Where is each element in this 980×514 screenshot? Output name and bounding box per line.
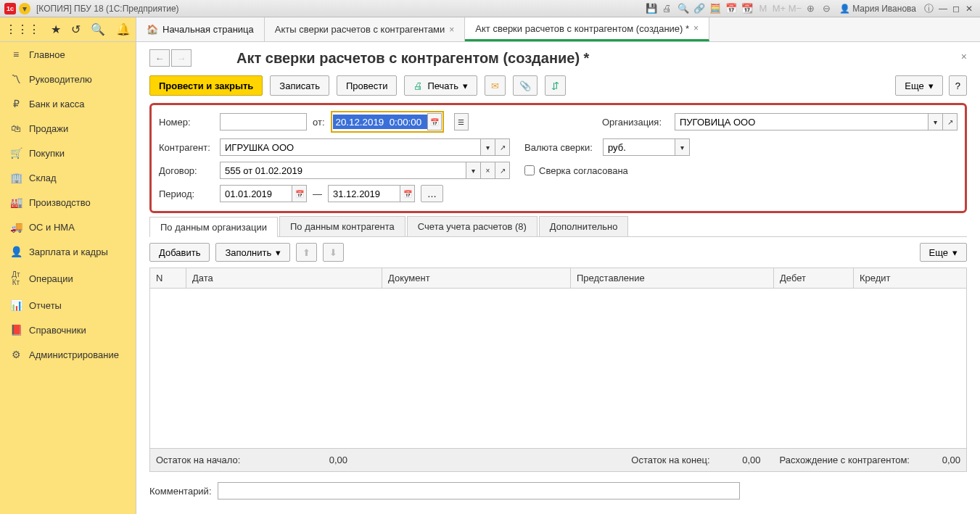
counterparty-input[interactable] bbox=[220, 138, 481, 156]
open-button[interactable]: ↗ bbox=[495, 162, 510, 179]
col-n[interactable]: N bbox=[150, 268, 186, 288]
user-name[interactable]: 👤 Мария Иванова bbox=[839, 4, 916, 14]
history-icon[interactable]: ↺ bbox=[71, 22, 81, 36]
dropdown-button[interactable]: ▾ bbox=[675, 138, 690, 156]
tabs: 🏠 Начальная страница Акты сверки расчето… bbox=[136, 17, 980, 41]
dropdown-icon[interactable]: ▾ bbox=[19, 3, 30, 14]
contract-input[interactable] bbox=[220, 162, 466, 179]
app-logo-icon: 1c bbox=[4, 3, 16, 14]
move-down-button[interactable]: ⬇ bbox=[323, 243, 344, 262]
search2-icon[interactable]: 🔍 bbox=[91, 22, 105, 36]
agreed-checkbox[interactable]: Сверка согласована bbox=[524, 165, 628, 176]
structure-button[interactable]: ⇵ bbox=[545, 75, 566, 96]
number-input[interactable] bbox=[220, 113, 307, 130]
sidebar: ≡Главное 〽Руководителю ₽Банк и касса 🛍Пр… bbox=[0, 42, 136, 514]
forward-button[interactable]: → bbox=[171, 49, 192, 67]
subtab-accounts[interactable]: Счета учета расчетов (8) bbox=[407, 216, 538, 236]
help-button[interactable]: ? bbox=[949, 75, 967, 96]
tab-home[interactable]: 🏠 Начальная страница bbox=[136, 17, 265, 41]
subtab-additional[interactable]: Дополнительно bbox=[539, 216, 629, 236]
save-icon[interactable]: 💾 bbox=[645, 2, 658, 15]
counterparty-label: Контрагент: bbox=[159, 142, 214, 153]
search-icon[interactable]: 🔍 bbox=[677, 2, 690, 15]
close-icon[interactable]: × bbox=[693, 23, 699, 33]
calc-icon[interactable]: 🧮 bbox=[709, 2, 722, 15]
sidebar-item-manager[interactable]: 〽Руководителю bbox=[0, 67, 136, 91]
col-repr[interactable]: Представление bbox=[571, 268, 774, 288]
calendar2-icon[interactable]: 📆 bbox=[741, 2, 754, 15]
sidebar-item-main[interactable]: ≡Главное bbox=[0, 42, 136, 67]
sidebar-item-admin[interactable]: ⚙Администрирование bbox=[0, 342, 136, 367]
col-date[interactable]: Дата bbox=[186, 268, 382, 288]
print-icon[interactable]: 🖨 bbox=[661, 2, 674, 15]
zoom-out-icon[interactable]: ⊖ bbox=[820, 2, 833, 15]
bell-icon[interactable]: 🔔 bbox=[116, 22, 131, 36]
print-button[interactable]: 🖨 Печать ▾ bbox=[404, 75, 477, 96]
factory-icon: 🏭 bbox=[10, 196, 22, 208]
sidebar-item-assets[interactable]: 🚚ОС и НМА bbox=[0, 215, 136, 239]
close-page-button[interactable]: × bbox=[961, 51, 967, 62]
subtab-counterparty-data[interactable]: По данным контрагента bbox=[279, 216, 405, 236]
list-button[interactable]: ☰ bbox=[454, 113, 469, 130]
sidebar-item-catalogs[interactable]: 📕Справочники bbox=[0, 318, 136, 342]
more-button[interactable]: Еще ▾ bbox=[895, 75, 942, 96]
col-debit[interactable]: Дебет bbox=[774, 268, 854, 288]
org-input[interactable] bbox=[675, 113, 928, 130]
email-button[interactable]: ✉ bbox=[485, 75, 506, 96]
sidebar-item-warehouse[interactable]: 🏢Склад bbox=[0, 165, 136, 190]
sidebar-item-bank[interactable]: ₽Банк и касса bbox=[0, 91, 136, 116]
post-button[interactable]: Провести bbox=[337, 75, 398, 96]
sidebar-item-purchases[interactable]: 🛒Покупки bbox=[0, 141, 136, 165]
zoom-in-icon[interactable]: ⊕ bbox=[804, 2, 818, 15]
mplus-icon[interactable]: M+ bbox=[773, 2, 786, 15]
maximize-button[interactable]: ◻ bbox=[950, 4, 963, 14]
dropdown-button[interactable]: ▾ bbox=[928, 113, 943, 130]
calendar-button[interactable]: 📅 bbox=[292, 185, 307, 202]
sidebar-item-sales[interactable]: 🛍Продажи bbox=[0, 116, 136, 141]
tab-acts-list[interactable]: Акты сверки расчетов с контрагентами × bbox=[265, 17, 466, 41]
mminus-icon[interactable]: M− bbox=[788, 2, 802, 15]
diff-value: 0,00 bbox=[915, 449, 966, 471]
sidebar-item-salary[interactable]: 👤Зарплата и кадры bbox=[0, 239, 136, 264]
dropdown-button[interactable]: ▾ bbox=[481, 138, 495, 156]
link-icon[interactable]: 🔗 bbox=[693, 2, 706, 15]
close-window-button[interactable]: ✕ bbox=[963, 4, 976, 14]
date-input[interactable] bbox=[333, 115, 427, 129]
col-doc[interactable]: Документ bbox=[382, 268, 571, 288]
sidebar-item-reports[interactable]: 📊Отчеты bbox=[0, 293, 136, 318]
subtab-org-data[interactable]: По данным организации bbox=[149, 217, 278, 237]
fill-button-label: Заполнить bbox=[225, 247, 271, 258]
table-body[interactable] bbox=[150, 289, 966, 448]
apps-icon[interactable]: ⋮⋮⋮ bbox=[5, 22, 40, 36]
col-credit[interactable]: Кредит bbox=[854, 268, 966, 288]
back-button[interactable]: ← bbox=[149, 49, 170, 67]
agreed-checkbox-input[interactable] bbox=[524, 165, 535, 175]
period-select-button[interactable]: … bbox=[421, 185, 443, 202]
sidebar-item-production[interactable]: 🏭Производство bbox=[0, 190, 136, 215]
close-icon[interactable]: × bbox=[449, 25, 454, 35]
clear-button[interactable]: × bbox=[481, 162, 495, 179]
calendar-icon[interactable]: 📅 bbox=[725, 2, 738, 15]
dropdown-button[interactable]: ▾ bbox=[466, 162, 481, 179]
add-button[interactable]: Добавить bbox=[149, 243, 210, 262]
move-up-button[interactable]: ⬆ bbox=[296, 243, 317, 262]
open-button[interactable]: ↗ bbox=[943, 113, 958, 130]
post-and-close-button[interactable]: Провести и закрыть bbox=[149, 75, 263, 96]
m-icon[interactable]: M bbox=[757, 2, 770, 15]
comment-input[interactable] bbox=[218, 482, 740, 500]
more-button[interactable]: Еще ▾ bbox=[920, 243, 967, 262]
open-button[interactable]: ↗ bbox=[495, 138, 510, 156]
sidebar-item-operations[interactable]: ДтКтОперации bbox=[0, 264, 136, 293]
period-to-input[interactable] bbox=[328, 185, 400, 202]
calendar-button[interactable]: 📅 bbox=[400, 185, 415, 202]
period-from-input[interactable] bbox=[220, 185, 292, 202]
minimize-button[interactable]: — bbox=[936, 4, 950, 14]
record-button[interactable]: Записать bbox=[270, 75, 329, 96]
fill-button[interactable]: Заполнить ▾ bbox=[215, 243, 290, 262]
info-icon[interactable]: ⓘ bbox=[922, 2, 935, 15]
tab-act-create[interactable]: Акт сверки расчетов с контрагентом (созд… bbox=[465, 17, 709, 41]
currency-input[interactable] bbox=[603, 138, 675, 156]
calendar-button[interactable]: 📅 bbox=[427, 113, 442, 130]
attach-button[interactable]: 📎 bbox=[513, 75, 538, 96]
star-icon[interactable]: ★ bbox=[51, 22, 61, 36]
